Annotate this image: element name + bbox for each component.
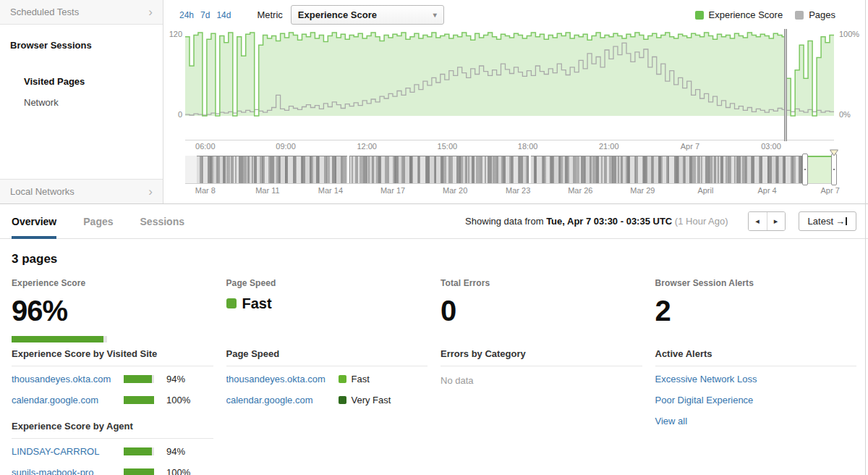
time-nav-buttons: ◂ ▸: [748, 211, 786, 231]
next-interval-button[interactable]: ▸: [767, 212, 785, 230]
section-page-speed-by-site: Page Speed thousandeyes.okta.com Fast ca…: [226, 348, 428, 411]
axis-tick-label: Mar 20: [443, 186, 467, 195]
axis-tick-label: Mar 23: [506, 186, 530, 195]
range-14d-link[interactable]: 14d: [216, 10, 231, 20]
speed-row: thousandeyes.okta.com Fast: [226, 369, 428, 390]
no-data-text: No data: [441, 369, 642, 386]
section-active-alerts: Active Alerts Excessive Network Loss Poo…: [655, 348, 857, 432]
brush-gap: [529, 156, 531, 183]
showing-data-prefix: Showing data from: [465, 216, 546, 227]
range-24h-link[interactable]: 24h: [179, 10, 194, 20]
tab-sessions[interactable]: Sessions: [140, 204, 184, 239]
score-bar-fill: [124, 396, 154, 404]
sidebar-item-scheduled-tests[interactable]: Scheduled Tests ›: [0, 0, 163, 25]
section-experience-by-site: Experience Score by Visited Site thousan…: [12, 348, 213, 411]
score-bar: [124, 447, 154, 455]
total-errors-value: 0: [441, 296, 642, 325]
speed-swatch-icon: [226, 298, 237, 308]
score-percent: 94%: [166, 374, 185, 384]
arrow-to-bar-icon: →: [835, 216, 847, 227]
site-link[interactable]: calendar.google.com: [12, 395, 124, 405]
browser-sessions-heading: Browser Sessions: [10, 40, 153, 51]
showing-data-text: Showing data from Tue, Apr 7 03:30 - 03:…: [465, 216, 728, 227]
y-axis-left-min: 0: [163, 110, 182, 119]
chart-pane: 24h 7d 14d Metric Experience Score ▾ Exp…: [163, 0, 868, 203]
experience-score-progress: [12, 336, 107, 342]
sidebar-item-local-networks[interactable]: Local Networks ›: [0, 179, 163, 203]
agent-link[interactable]: sunils-macbook-pro: [12, 467, 124, 475]
card-label: Browser Session Alerts: [655, 278, 857, 288]
sidebar-browser-sessions-group: Browser Sessions Visited Pages Network: [0, 25, 163, 113]
alert-link[interactable]: Poor Digital Experience: [655, 390, 857, 411]
site-link[interactable]: thousandeyes.okta.com: [12, 374, 124, 384]
column-session-alerts: Browser Session Alerts 2 Active Alerts E…: [655, 278, 857, 475]
sidebar: Scheduled Tests › Browser Sessions Visit…: [0, 0, 163, 203]
legend-pages: Pages: [795, 9, 835, 20]
axis-tick-label: Mar 8: [195, 186, 216, 195]
section-title: Errors by Category: [441, 348, 642, 359]
agent-row: LINDSAY-CARRROL 94%: [12, 441, 213, 462]
latest-button[interactable]: Latest →: [799, 211, 856, 231]
brush-baseline: [185, 183, 834, 184]
site-link[interactable]: thousandeyes.okta.com: [226, 374, 339, 384]
chart-legend: Experience Score Pages: [695, 9, 836, 20]
axis-tick-label: 12:00: [357, 142, 377, 151]
brush-selection[interactable]: [805, 156, 834, 183]
brush-handle-left[interactable]: [802, 154, 808, 185]
y-axis-right-max: 100%: [839, 30, 865, 38]
metric-select[interactable]: Experience Score ▾: [291, 5, 444, 25]
section-experience-by-agent: Experience Score by Agent LINDSAY-CARRRO…: [12, 421, 213, 475]
score-percent: 94%: [166, 446, 185, 457]
tab-pages[interactable]: Pages: [83, 204, 113, 239]
legend-swatch-gray: [795, 11, 804, 20]
axis-tick-label: Mar 26: [568, 186, 592, 195]
speed-rating: Very Fast: [352, 395, 391, 405]
section-title: Active Alerts: [655, 348, 857, 359]
legend-swatch-green: [695, 11, 704, 20]
brush-density-bars: [185, 156, 834, 183]
score-bar-fill: [124, 375, 152, 383]
previous-interval-button[interactable]: ◂: [749, 212, 767, 230]
axis-tick-label: 03:00: [761, 142, 781, 151]
x-axis-ticks: 06:0009:0012:0015:0018:0021:00Apr 703:00: [185, 142, 834, 152]
divider: [655, 366, 857, 366]
timeline-chart[interactable]: [185, 33, 834, 116]
tab-overview[interactable]: Overview: [12, 204, 56, 239]
legend-experience-score: Experience Score: [695, 9, 783, 20]
speed-swatch-icon: [339, 375, 346, 383]
timeline-brush[interactable]: [185, 156, 834, 183]
column-total-errors: Total Errors 0 Errors by Category No dat…: [441, 278, 642, 475]
time-marker-line[interactable]: [784, 29, 787, 141]
axis-tick-label: Apr 7: [820, 186, 839, 195]
score-bar-fill: [124, 468, 154, 475]
legend-label: Experience Score: [709, 9, 783, 20]
y-axis-right-min: 0%: [839, 110, 865, 119]
session-alerts-value: 2: [655, 296, 857, 325]
chevron-right-icon: ›: [148, 185, 153, 198]
range-7d-link[interactable]: 7d: [200, 10, 210, 20]
alert-link[interactable]: Excessive Network Loss: [655, 369, 857, 390]
brush-axis-ticks: Mar 8Mar 11Mar 14Mar 17Mar 20Mar 23Mar 2…: [185, 186, 834, 196]
time-range-links: 24h 7d 14d: [179, 10, 231, 20]
speed-rating: Fast: [242, 296, 272, 311]
card-label: Page Speed: [226, 278, 428, 288]
total-errors-card: Total Errors 0: [441, 278, 642, 348]
sidebar-item-visited-pages[interactable]: Visited Pages: [10, 71, 153, 92]
scheduled-tests-label: Scheduled Tests: [10, 7, 79, 17]
brush-empty-left: [185, 156, 197, 183]
divider: [226, 366, 428, 366]
top-pane: Scheduled Tests › Browser Sessions Visit…: [0, 0, 868, 204]
sidebar-item-network[interactable]: Network: [10, 92, 153, 113]
card-label: Total Errors: [441, 278, 642, 288]
browser-session-alerts-card: Browser Session Alerts 2: [655, 278, 857, 348]
view-all-link[interactable]: View all: [655, 411, 857, 432]
site-link[interactable]: calendar.google.com: [226, 395, 339, 405]
score-bar-fill: [124, 447, 152, 455]
speed-rating: Fast: [352, 374, 370, 384]
chevron-right-icon: ›: [148, 6, 153, 18]
page-speed-card: Page Speed Fast: [226, 278, 428, 348]
x-axis-line: [185, 140, 834, 140]
tab-bar: Overview Pages Sessions Showing data fro…: [0, 204, 868, 239]
agent-link[interactable]: LINDSAY-CARRROL: [12, 446, 124, 457]
brush-marker-icon[interactable]: [830, 146, 839, 159]
